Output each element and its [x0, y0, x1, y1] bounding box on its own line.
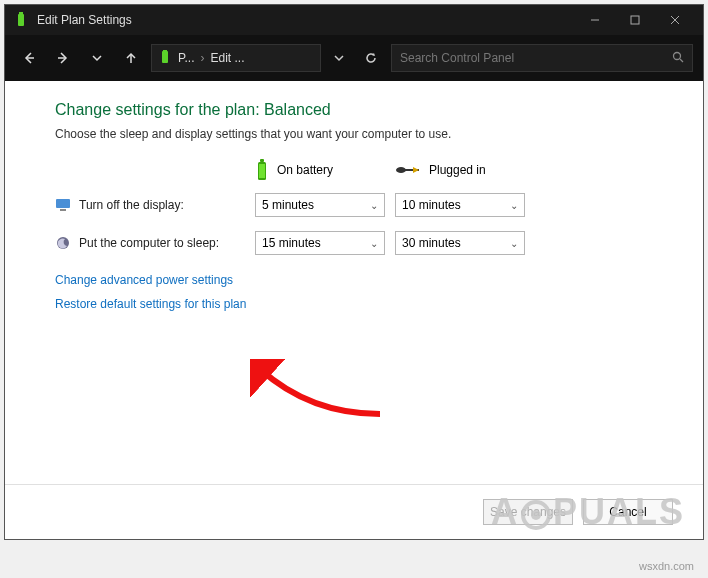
chevron-right-icon: › [200, 51, 204, 65]
back-button[interactable] [15, 44, 43, 72]
svg-point-11 [674, 52, 681, 59]
display-plugged-value: 10 minutes [402, 198, 461, 212]
svg-rect-9 [162, 51, 168, 63]
up-button[interactable] [117, 44, 145, 72]
chevron-down-icon: ⌄ [510, 238, 518, 249]
chevron-down-icon: ⌄ [370, 200, 378, 211]
sleep-battery-select[interactable]: 15 minutes ⌄ [255, 231, 385, 255]
on-battery-label: On battery [277, 163, 333, 177]
svg-rect-3 [631, 16, 639, 24]
breadcrumb-item[interactable]: P... [178, 51, 194, 65]
sleep-label-text: Put the computer to sleep: [79, 236, 219, 250]
maximize-button[interactable] [615, 6, 655, 34]
page-heading: Change settings for the plan: Balanced [55, 101, 653, 119]
search-box[interactable] [391, 44, 693, 72]
svg-line-12 [680, 59, 683, 62]
svg-rect-10 [163, 50, 167, 51]
sleep-plugged-value: 30 minutes [402, 236, 461, 250]
close-button[interactable] [655, 6, 695, 34]
svg-rect-0 [18, 14, 24, 26]
display-plugged-select[interactable]: 10 minutes ⌄ [395, 193, 525, 217]
breadcrumb[interactable]: P... › Edit ... [151, 44, 321, 72]
refresh-button[interactable] [357, 44, 385, 72]
content-panel: Change settings for the plan: Balanced C… [5, 81, 703, 484]
plug-icon [395, 164, 421, 176]
svg-rect-19 [60, 209, 66, 211]
display-battery-value: 5 minutes [262, 198, 314, 212]
display-battery-select[interactable]: 5 minutes ⌄ [255, 193, 385, 217]
plugged-in-label: Plugged in [429, 163, 486, 177]
display-row-label: Turn off the display: [55, 197, 255, 213]
watermark-logo-icon [521, 497, 551, 527]
power-app-icon [13, 12, 29, 28]
sleep-battery-value: 15 minutes [262, 236, 321, 250]
page-description: Choose the sleep and display settings th… [55, 127, 653, 141]
advanced-power-settings-link[interactable]: Change advanced power settings [55, 273, 653, 287]
chevron-down-icon: ⌄ [370, 238, 378, 249]
search-icon [672, 51, 684, 66]
svg-rect-15 [259, 164, 265, 178]
breadcrumb-app-icon [158, 50, 172, 67]
navbar: P... › Edit ... [5, 35, 703, 81]
sleep-timeout-row: Put the computer to sleep: 15 minutes ⌄ … [55, 231, 653, 255]
plugged-in-header: Plugged in [395, 159, 535, 181]
watermark-post: PUALS [553, 491, 685, 533]
display-label-text: Turn off the display: [79, 198, 184, 212]
battery-icon [255, 159, 269, 181]
breadcrumb-history-button[interactable] [327, 44, 351, 72]
breadcrumb-item[interactable]: Edit ... [210, 51, 244, 65]
restore-defaults-link[interactable]: Restore default settings for this plan [55, 297, 653, 311]
sleep-row-label: Put the computer to sleep: [55, 235, 255, 251]
window-controls [575, 6, 695, 34]
search-input[interactable] [400, 51, 672, 65]
minimize-button[interactable] [575, 6, 615, 34]
chevron-down-icon: ⌄ [510, 200, 518, 211]
svg-rect-18 [56, 199, 70, 208]
svg-point-16 [396, 167, 406, 173]
source-site-text: wsxdn.com [639, 560, 694, 572]
sleep-plugged-select[interactable]: 30 minutes ⌄ [395, 231, 525, 255]
svg-rect-1 [19, 12, 23, 14]
svg-point-22 [531, 510, 541, 520]
svg-rect-14 [260, 159, 264, 162]
recent-locations-button[interactable] [83, 44, 111, 72]
sleep-icon [55, 235, 71, 251]
titlebar: Edit Plan Settings [5, 5, 703, 35]
forward-button[interactable] [49, 44, 77, 72]
display-timeout-row: Turn off the display: 5 minutes ⌄ 10 min… [55, 193, 653, 217]
display-icon [55, 197, 71, 213]
watermark-pre: A [491, 491, 519, 533]
annotation-arrow [250, 359, 390, 432]
window-title: Edit Plan Settings [37, 13, 575, 27]
watermark: A PUALS [491, 491, 685, 533]
links-section: Change advanced power settings Restore d… [55, 273, 653, 311]
column-headers: On battery Plugged in [55, 159, 653, 181]
window-frame: Edit Plan Settings [4, 4, 704, 540]
on-battery-header: On battery [255, 159, 395, 181]
